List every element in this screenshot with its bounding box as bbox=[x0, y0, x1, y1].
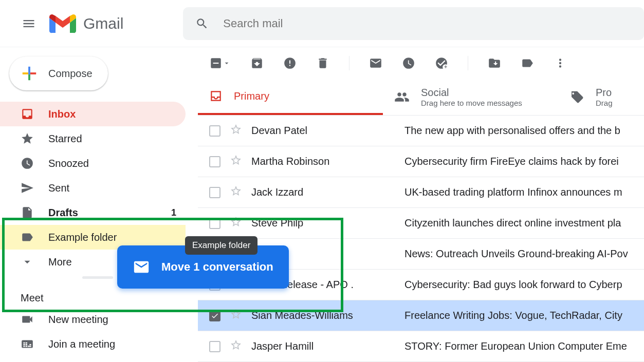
subject: UK-based trading platform Infinox announ… bbox=[404, 186, 644, 198]
mark-unread-button[interactable] bbox=[369, 56, 382, 70]
inbox-icon bbox=[209, 89, 223, 103]
tab-primary[interactable]: Primary bbox=[198, 79, 383, 115]
sidebar-item-starred[interactable]: Starred bbox=[0, 126, 186, 151]
sender: Jack Izzard bbox=[251, 186, 395, 198]
move-card-text: Move 1 conversation bbox=[161, 260, 273, 274]
sidebar-item-label: Join a meeting bbox=[48, 338, 115, 350]
hamburger-icon bbox=[22, 16, 36, 31]
keyboard-icon bbox=[21, 337, 34, 351]
compose-button[interactable]: Compose bbox=[9, 56, 108, 90]
sidebar-item-join-meeting[interactable]: Join a meeting bbox=[0, 332, 186, 356]
sidebar: Compose Inbox Starred Snoozed Sent Draft… bbox=[0, 47, 198, 362]
mail-row[interactable]: Martha RobinsonCybersecurity firm FireEy… bbox=[198, 146, 644, 177]
send-icon bbox=[21, 181, 34, 195]
sidebar-item-snoozed[interactable]: Snoozed bbox=[0, 151, 186, 176]
drop-target-tooltip: Example folder bbox=[185, 236, 257, 255]
star-button[interactable] bbox=[230, 154, 242, 169]
snooze-button[interactable] bbox=[402, 56, 415, 70]
sender: Sian Meades-Williams bbox=[251, 310, 395, 321]
meet-section-header: Meet bbox=[0, 292, 198, 304]
sidebar-resize-handle[interactable] bbox=[82, 276, 113, 279]
sidebar-item-inbox[interactable]: Inbox bbox=[0, 102, 186, 126]
star-button[interactable] bbox=[230, 123, 242, 138]
report-spam-button[interactable] bbox=[283, 56, 297, 70]
content-area: Primary Social Drag here to move message… bbox=[198, 47, 644, 362]
video-icon bbox=[21, 313, 34, 326]
delete-button[interactable] bbox=[316, 56, 329, 70]
subject: STORY: Former European Union Computer Em… bbox=[404, 340, 644, 352]
tab-label: Pro bbox=[596, 87, 613, 99]
subject: Cybersecurity firm FireEye claims hack b… bbox=[404, 156, 644, 167]
star-outline-icon bbox=[230, 123, 242, 136]
search-input[interactable] bbox=[223, 17, 644, 30]
row-checkbox[interactable] bbox=[209, 156, 220, 167]
folder-move-icon bbox=[488, 56, 501, 70]
toolbar-separator bbox=[468, 56, 468, 70]
row-checkbox[interactable] bbox=[209, 218, 220, 229]
archive-button[interactable] bbox=[250, 56, 264, 70]
task-add-icon bbox=[435, 56, 448, 70]
more-button[interactable] bbox=[554, 56, 567, 70]
main-menu-button[interactable] bbox=[15, 10, 42, 37]
header: Gmail bbox=[0, 0, 644, 47]
sidebar-item-drafts[interactable]: Drafts 1 bbox=[0, 200, 186, 225]
mail-row[interactable]: Devan PatelThe new app with personalised… bbox=[198, 116, 644, 146]
mail-row[interactable]: Sian Meades-WilliamsFreelance Writing Jo… bbox=[198, 300, 644, 331]
drafts-count: 1 bbox=[171, 207, 176, 218]
search-bar[interactable] bbox=[183, 7, 644, 40]
sidebar-item-sent[interactable]: Sent bbox=[0, 176, 186, 200]
mail-row[interactable]: Jasper HamillSTORY: Former European Unio… bbox=[198, 331, 644, 362]
tab-label: Social bbox=[421, 87, 522, 99]
labels-button[interactable] bbox=[521, 56, 534, 70]
sender: Martha Robinson bbox=[251, 156, 395, 167]
spam-icon bbox=[283, 56, 297, 70]
select-checkbox-button[interactable] bbox=[209, 56, 231, 70]
dropdown-icon bbox=[223, 59, 231, 67]
action-toolbar bbox=[198, 47, 644, 79]
label-icon bbox=[521, 56, 534, 70]
svg-rect-0 bbox=[28, 72, 30, 74]
mail-icon bbox=[369, 56, 382, 70]
chevron-down-icon bbox=[21, 255, 34, 269]
sidebar-item-new-meeting[interactable]: New meeting bbox=[0, 307, 186, 332]
sidebar-item-label: Sent bbox=[48, 182, 69, 194]
sender: Steve Philp bbox=[251, 217, 395, 229]
tab-social[interactable]: Social Drag here to move messages bbox=[383, 79, 558, 115]
star-outline-icon bbox=[230, 185, 242, 197]
mail-list: Devan PatelThe new app with personalised… bbox=[198, 115, 644, 362]
sidebar-item-label: Inbox bbox=[48, 108, 76, 120]
sidebar-item-label: Example folder bbox=[48, 232, 117, 243]
row-checkbox[interactable] bbox=[209, 341, 220, 352]
tab-promotions[interactable]: Pro Drag bbox=[558, 79, 644, 115]
row-checkbox[interactable] bbox=[209, 310, 220, 321]
tab-sub: Drag bbox=[596, 99, 613, 107]
star-button[interactable] bbox=[230, 339, 242, 354]
subject: Cityzenith launches direct online invest… bbox=[404, 217, 644, 229]
mail-row[interactable]: Steve PhilpCityzenith launches direct on… bbox=[198, 208, 644, 239]
mail-row[interactable]: Jack IzzardUK-based trading platform Inf… bbox=[198, 177, 644, 208]
sidebar-item-label: Starred bbox=[48, 133, 82, 145]
subject: Freelance Writing Jobs: Vogue, TechRadar… bbox=[404, 310, 644, 321]
sidebar-item-label: Snoozed bbox=[48, 158, 89, 169]
subject: Cybersecurity: Bad guys look forward to … bbox=[404, 279, 644, 291]
draft-icon bbox=[21, 206, 34, 219]
tab-sub: Drag here to move messages bbox=[421, 99, 522, 107]
gmail-logo[interactable]: Gmail bbox=[49, 13, 123, 34]
star-outline-icon bbox=[230, 339, 242, 351]
star-button[interactable] bbox=[230, 308, 242, 323]
row-checkbox[interactable] bbox=[209, 125, 220, 137]
row-checkbox[interactable] bbox=[209, 187, 220, 198]
star-button[interactable] bbox=[230, 216, 242, 231]
move-to-button[interactable] bbox=[488, 56, 501, 70]
tag-icon bbox=[569, 89, 584, 105]
clock-icon bbox=[21, 157, 34, 170]
star-outline-icon bbox=[230, 154, 242, 166]
star-outline-icon bbox=[230, 216, 242, 228]
tab-label: Primary bbox=[234, 90, 269, 102]
star-button[interactable] bbox=[230, 185, 242, 200]
add-task-button[interactable] bbox=[435, 56, 448, 70]
archive-icon bbox=[250, 56, 264, 70]
plus-icon bbox=[21, 65, 38, 82]
clock-icon bbox=[402, 56, 415, 70]
sender: Devan Patel bbox=[251, 125, 395, 137]
